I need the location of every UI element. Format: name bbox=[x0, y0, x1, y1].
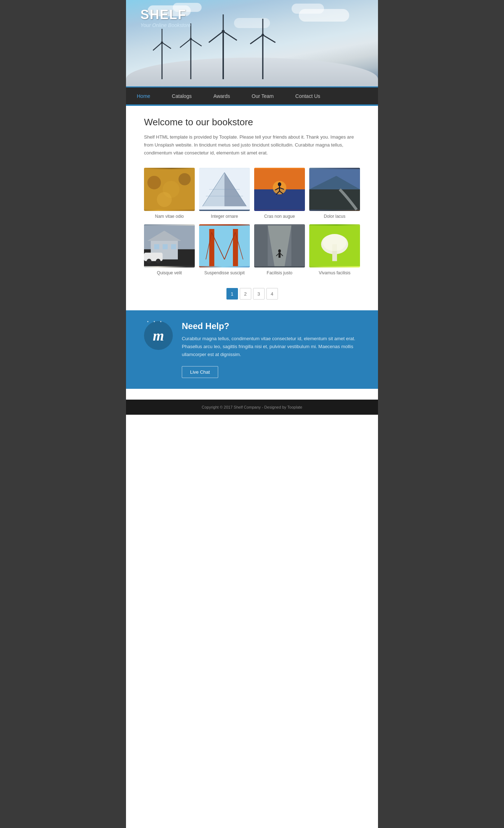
book-image-2[interactable] bbox=[199, 168, 250, 211]
site-subtitle: Your Online Bookstore bbox=[140, 22, 191, 28]
book-image-6[interactable] bbox=[199, 224, 250, 267]
svg-line-13 bbox=[209, 31, 223, 42]
svg-point-72 bbox=[323, 234, 347, 251]
hero-title-block: SHELF Your Online Bookstore bbox=[140, 7, 191, 28]
list-item: Vivamus facilisis bbox=[309, 224, 360, 275]
svg-rect-54 bbox=[199, 226, 250, 266]
svg-line-19 bbox=[263, 35, 275, 42]
image-caption-8: Vivamus facilisis bbox=[319, 270, 351, 275]
image-grid-row2: Quisque velit Suspend bbox=[144, 224, 360, 275]
list-item: Dolor lacus bbox=[309, 168, 360, 219]
image-grid-row1: Nam vitae odio Integer ornare bbox=[144, 168, 360, 219]
help-text-block: Need Help? Curabitur magna tellus, condi… bbox=[182, 321, 360, 378]
page-btn-2[interactable]: 2 bbox=[240, 288, 251, 300]
image-caption-7: Facilisis justo bbox=[267, 270, 292, 275]
footer-text: Copyright © 2017 Shelf Company - Designe… bbox=[202, 405, 302, 409]
book-image-5[interactable] bbox=[144, 224, 195, 267]
svg-rect-48 bbox=[154, 244, 159, 249]
svg-rect-49 bbox=[163, 244, 168, 249]
main-nav: Home Catalogs Awards Our Team Contact Us bbox=[126, 86, 378, 104]
welcome-text: Shelf HTML template is provided by Toopl… bbox=[144, 133, 360, 157]
image-caption-6: Suspendisse suscipit bbox=[204, 270, 244, 275]
hero-section: SHELF Your Online Bookstore bbox=[126, 0, 378, 86]
help-icon: · · · m bbox=[144, 321, 173, 350]
nav-item-ourteam[interactable]: Our Team bbox=[241, 87, 284, 104]
page-btn-1[interactable]: 1 bbox=[226, 288, 238, 300]
image-caption-4: Dolor lacus bbox=[324, 214, 345, 219]
welcome-title: Welcome to our bookstore bbox=[144, 117, 360, 128]
site-title: SHELF bbox=[140, 7, 191, 22]
svg-rect-62 bbox=[254, 226, 268, 266]
page-btn-4[interactable]: 4 bbox=[266, 288, 278, 300]
svg-point-35 bbox=[278, 183, 281, 186]
help-section: · · · m Need Help? Curabitur magna tellu… bbox=[126, 310, 378, 388]
pagination: 1 2 3 4 bbox=[144, 281, 360, 310]
svg-rect-42 bbox=[309, 189, 360, 210]
nav-item-catalogs[interactable]: Catalogs bbox=[161, 87, 202, 104]
image-caption-3: Cras non augue bbox=[264, 214, 295, 219]
book-image-8[interactable] bbox=[309, 224, 360, 267]
list-item: Integer ornare bbox=[199, 168, 250, 219]
list-item: Nam vitae odio bbox=[144, 168, 195, 219]
nav-item-home[interactable]: Home bbox=[126, 87, 161, 104]
help-title: Need Help? bbox=[182, 321, 360, 331]
page-wrapper: SHELF Your Online Bookstore Home Catalog… bbox=[126, 0, 378, 828]
help-text: Curabitur magna tellus, condimentum vita… bbox=[182, 335, 360, 359]
book-image-4[interactable] bbox=[309, 168, 360, 211]
list-item: Facilisis justo bbox=[254, 224, 305, 275]
svg-rect-56 bbox=[233, 229, 238, 266]
image-caption-2: Integer ornare bbox=[211, 214, 238, 219]
svg-point-53 bbox=[156, 259, 161, 264]
svg-line-14 bbox=[223, 31, 237, 40]
nav-item-contactus[interactable]: Contact Us bbox=[284, 87, 331, 104]
book-image-7[interactable] bbox=[254, 224, 305, 267]
image-caption-1: Nam vitae odio bbox=[155, 214, 184, 219]
image-caption-5: Quisque velit bbox=[157, 270, 182, 275]
svg-rect-50 bbox=[171, 244, 176, 249]
svg-rect-66 bbox=[279, 253, 281, 258]
main-content: Welcome to our bookstore Shelf HTML temp… bbox=[126, 106, 378, 400]
svg-line-9 bbox=[191, 39, 202, 46]
live-chat-button[interactable]: Live Chat bbox=[182, 366, 218, 378]
cloud-4 bbox=[292, 4, 324, 14]
footer: Copyright © 2017 Shelf Company - Designe… bbox=[126, 400, 378, 415]
svg-point-21 bbox=[147, 176, 161, 190]
book-image-3[interactable] bbox=[254, 168, 305, 211]
svg-rect-63 bbox=[291, 226, 305, 266]
help-icon-letter: m bbox=[153, 327, 164, 344]
list-item: Quisque velit bbox=[144, 224, 195, 275]
svg-line-4 bbox=[162, 42, 171, 49]
page-btn-3[interactable]: 3 bbox=[253, 288, 265, 300]
book-image-1[interactable] bbox=[144, 168, 195, 211]
help-icon-dots: · · · bbox=[147, 318, 163, 326]
svg-point-52 bbox=[147, 259, 152, 264]
svg-line-3 bbox=[153, 42, 162, 50]
list-item: Suspendisse suscipit bbox=[199, 224, 250, 275]
svg-point-23 bbox=[179, 173, 191, 185]
svg-rect-55 bbox=[209, 229, 214, 266]
svg-line-18 bbox=[250, 35, 263, 44]
svg-point-65 bbox=[278, 249, 281, 253]
svg-line-8 bbox=[180, 39, 191, 48]
svg-point-24 bbox=[157, 192, 172, 207]
list-item: Cras non augue bbox=[254, 168, 305, 219]
nav-item-awards[interactable]: Awards bbox=[203, 87, 241, 104]
